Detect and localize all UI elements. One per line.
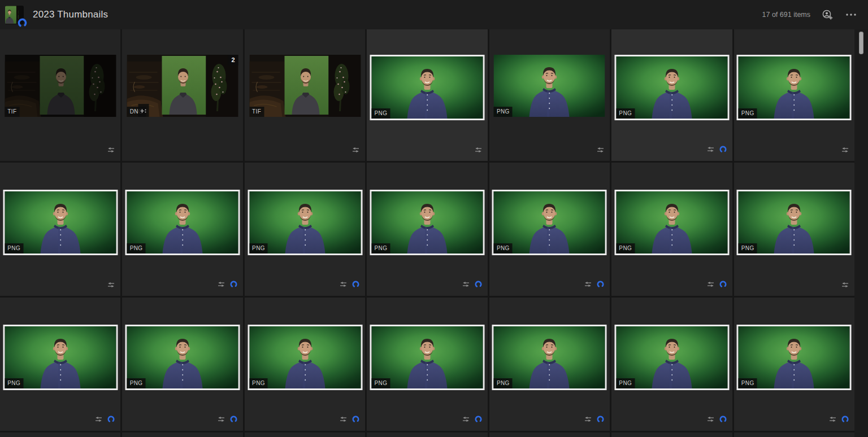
enhanced-icon xyxy=(138,104,149,117)
photo-thumbnail[interactable]: PNG xyxy=(494,55,605,117)
photo-cell[interactable] xyxy=(0,432,120,437)
photo-thumbnail[interactable]: PNG xyxy=(614,55,729,120)
cell-status-icons xyxy=(107,282,115,288)
photo-cell[interactable] xyxy=(122,432,242,437)
photo-cell[interactable] xyxy=(367,432,487,437)
photo-cell[interactable]: TIF xyxy=(0,29,120,161)
photo-thumbnail[interactable]: TIF xyxy=(5,55,116,117)
photo-thumbnail[interactable]: PNG xyxy=(614,190,729,255)
photo-thumbnail[interactable]: PNG xyxy=(125,190,240,255)
photo-cell[interactable]: PNG xyxy=(122,163,242,296)
edited-adjustments-icon xyxy=(340,416,347,422)
scrollbar-thumb[interactable] xyxy=(859,32,863,54)
cell-status-icons xyxy=(475,147,482,153)
photo-thumbnail[interactable]: PNG xyxy=(737,325,852,390)
photo-cell[interactable]: PNG xyxy=(611,163,732,296)
sync-progress-spinner-icon xyxy=(230,416,237,423)
photo-cell[interactable]: PNG xyxy=(367,163,487,296)
cell-status-icons xyxy=(462,281,482,288)
sync-progress-spinner-icon xyxy=(719,146,727,153)
edited-adjustments-icon xyxy=(352,147,359,153)
photo-thumbnail[interactable]: PNG xyxy=(125,325,240,390)
photo-cell[interactable] xyxy=(489,432,610,437)
photo-thumbnail[interactable]: PNG xyxy=(737,190,852,255)
format-badge: PNG xyxy=(616,378,635,388)
photo-cell[interactable] xyxy=(611,432,732,437)
cell-status-icons xyxy=(584,281,604,288)
photo-cell[interactable]: PNG xyxy=(122,298,242,431)
cell-status-icons xyxy=(340,416,359,423)
photo-cell[interactable]: PNG xyxy=(489,298,610,431)
edited-adjustments-icon xyxy=(584,281,592,287)
edited-adjustments-icon xyxy=(218,281,225,287)
photo-cell[interactable]: DNG 2 xyxy=(122,29,242,161)
photo-cell[interactable] xyxy=(734,432,854,437)
format-badge: PNG xyxy=(616,243,635,254)
photo-cell[interactable]: PNG xyxy=(489,29,610,161)
photo-thumbnail[interactable]: PNG xyxy=(370,325,484,390)
cell-status-icons xyxy=(829,416,849,423)
photo-cell[interactable]: TIF xyxy=(245,29,365,161)
ellipsis-icon xyxy=(845,13,857,16)
photo-cell[interactable]: PNG xyxy=(245,298,365,431)
edited-adjustments-icon xyxy=(462,416,470,422)
photo-image xyxy=(5,55,116,117)
edited-adjustments-icon xyxy=(95,416,102,422)
sync-progress-spinner-icon xyxy=(719,281,727,288)
photo-grid: TIF DNG 2 TIF xyxy=(0,29,854,437)
edited-adjustments-icon xyxy=(475,147,482,153)
photo-thumbnail[interactable]: PNG xyxy=(492,190,607,255)
photo-cell[interactable]: PNG xyxy=(245,163,365,296)
format-badge: PNG xyxy=(5,378,23,388)
cell-status-icons xyxy=(707,146,727,153)
format-badge: PNG xyxy=(371,243,390,254)
photo-cell[interactable] xyxy=(245,432,365,437)
sync-progress-spinner-icon xyxy=(597,281,604,288)
photo-cell[interactable]: PNG xyxy=(489,163,610,296)
photo-cell[interactable]: PNG xyxy=(0,163,120,296)
photo-thumbnail[interactable]: PNG xyxy=(248,325,362,390)
edited-adjustments-icon xyxy=(707,416,714,422)
photo-thumbnail[interactable]: PNG xyxy=(3,190,118,255)
photo-thumbnail[interactable]: PNG xyxy=(492,325,607,390)
album-cover[interactable] xyxy=(5,6,24,24)
photo-thumbnail[interactable]: PNG xyxy=(248,190,362,255)
photo-image xyxy=(249,55,361,117)
photo-thumbnail[interactable]: DNG 2 xyxy=(127,55,238,117)
cell-status-icons xyxy=(841,147,849,153)
format-badge: PNG xyxy=(616,108,635,119)
sync-progress-spinner-icon xyxy=(352,416,359,423)
edited-adjustments-icon xyxy=(462,281,470,287)
format-badge: PNG xyxy=(249,378,268,388)
photo-cell[interactable]: PNG xyxy=(611,29,732,161)
photo-cell[interactable]: PNG xyxy=(367,29,487,161)
scrollbar[interactable] xyxy=(854,29,868,437)
photo-cell[interactable]: PNG xyxy=(734,163,854,296)
cell-status-icons xyxy=(707,416,727,423)
format-badge: PNG xyxy=(494,107,513,117)
more-options-button[interactable] xyxy=(844,12,858,18)
edited-adjustments-icon xyxy=(107,147,115,153)
sync-progress-spinner-icon xyxy=(475,416,482,423)
format-badge: TIF xyxy=(249,107,264,117)
photo-thumbnail[interactable]: PNG xyxy=(370,55,484,120)
sync-progress-spinner-icon xyxy=(352,281,359,288)
cell-status-icons xyxy=(218,281,237,288)
photo-thumbnail[interactable]: TIF xyxy=(249,55,361,117)
photo-cell[interactable]: PNG xyxy=(0,298,120,431)
format-badge: PNG xyxy=(739,243,757,254)
photo-cell[interactable]: PNG xyxy=(611,298,732,431)
photo-cell[interactable]: PNG xyxy=(367,298,487,431)
format-badge: PNG xyxy=(494,378,513,388)
photo-thumbnail[interactable]: PNG xyxy=(370,190,484,255)
photo-cell[interactable]: PNG xyxy=(734,298,854,431)
share-invite-button[interactable] xyxy=(821,8,834,21)
format-badge: PNG xyxy=(5,243,23,254)
sync-progress-spinner-icon xyxy=(597,416,604,423)
photo-cell[interactable]: PNG xyxy=(734,29,854,161)
photo-thumbnail[interactable]: PNG xyxy=(3,325,118,390)
photo-thumbnail[interactable]: PNG xyxy=(614,325,729,390)
edited-adjustments-icon xyxy=(340,281,347,287)
photo-thumbnail[interactable]: PNG xyxy=(737,55,852,120)
album-header: 2023 Thumbnails 17 of 691 items xyxy=(0,0,868,29)
